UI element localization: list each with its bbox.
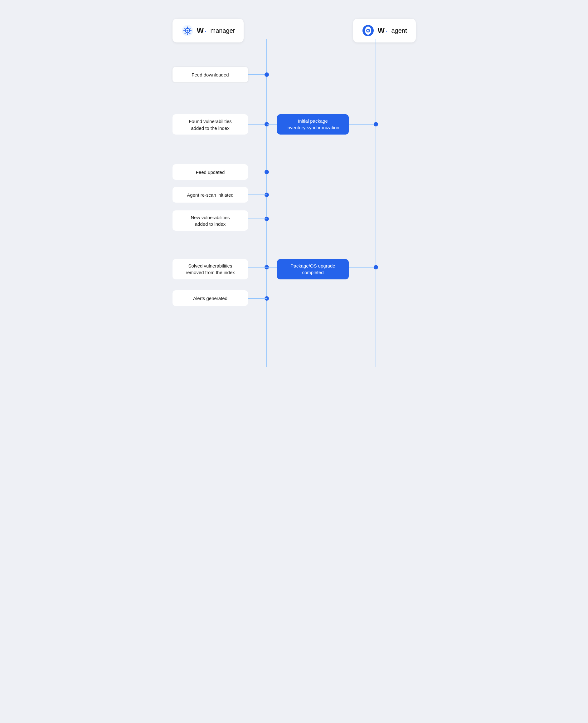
svg-text:Agent re-scan initiated: Agent re-scan initiated	[187, 192, 233, 198]
svg-rect-20	[172, 114, 248, 135]
dot-initial-sync-agent	[374, 122, 378, 126]
manager-icon	[181, 24, 194, 37]
agent-icon	[362, 24, 374, 37]
svg-text:removed from the index: removed from the index	[186, 270, 235, 275]
svg-rect-5	[184, 30, 185, 31]
svg-rect-3	[187, 26, 188, 28]
agent-brand-w: W	[377, 26, 385, 35]
svg-text:added to index: added to index	[195, 221, 226, 227]
svg-text:Feed updated: Feed updated	[195, 169, 225, 175]
manager-type-label: manager	[211, 27, 235, 34]
svg-text:added to the index: added to the index	[191, 125, 230, 131]
agent-card: W . agent	[353, 19, 416, 42]
svg-text:Solved vulnerabilities: Solved vulnerabilities	[188, 263, 232, 268]
svg-text:New vulnerabilities: New vulnerabilities	[191, 215, 230, 220]
dot-feed-updated	[265, 170, 269, 174]
svg-text:Package/OS upgrade: Package/OS upgrade	[290, 263, 335, 268]
svg-text:Alerts generated: Alerts generated	[193, 296, 227, 301]
svg-text:Initial package: Initial package	[298, 118, 328, 124]
header-section: W . manager W . agent	[154, 19, 435, 42]
svg-text:inventory synchronization: inventory synchronization	[286, 125, 339, 130]
svg-point-2	[187, 29, 188, 32]
svg-rect-25	[277, 114, 349, 135]
manager-brand-w: W	[197, 26, 204, 35]
svg-text:Found vulnerabilities: Found vulnerabilities	[189, 119, 232, 124]
manager-brand-dot: .	[205, 28, 206, 33]
diagram-container: W . manager W . agent Feed downl	[154, 13, 435, 386]
manager-card: W . manager	[172, 19, 244, 42]
svg-text:completed: completed	[302, 270, 323, 275]
svg-rect-35	[172, 210, 248, 231]
dot-feed-downloaded	[265, 73, 269, 77]
agent-type-label: agent	[391, 27, 407, 34]
agent-brand-dot: .	[386, 28, 387, 33]
svg-point-15	[369, 29, 369, 31]
svg-rect-4	[187, 34, 188, 35]
dot-package-upgrade-agent	[374, 265, 378, 269]
svg-rect-39	[172, 259, 248, 279]
svg-rect-44	[277, 259, 349, 279]
flow-diagram: Feed downloaded Found vulnerabilities ad…	[154, 39, 435, 367]
svg-rect-6	[190, 30, 191, 31]
feed-downloaded-label: Feed downloaded	[191, 72, 229, 77]
